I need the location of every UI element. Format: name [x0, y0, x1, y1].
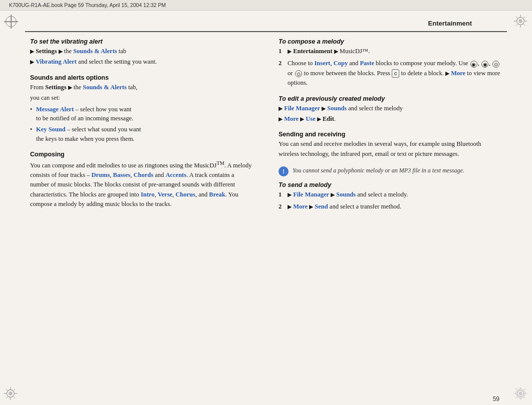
corner-tr: [514, 15, 528, 29]
sending-title: Sending and receiving: [279, 131, 502, 138]
page-number-container: 59: [0, 395, 532, 405]
sunburst-tr-icon: [514, 15, 527, 28]
compose-step-1: 1 ▶ Entertainment ▶ MusicDJ™.: [279, 47, 502, 56]
svg-point-22: [518, 391, 522, 395]
nav-icon-3: ⊙: [492, 61, 499, 68]
sounds-intro2: you can set:: [30, 93, 253, 103]
section-vibrating: To set the vibrating alert ▶ Settings ▶ …: [30, 38, 253, 67]
section-composing: Composing You can compose and edit melod…: [30, 151, 253, 210]
right-column: To compose a melody 1 ▶ Entertainment ▶ …: [274, 38, 502, 385]
svg-line-19: [6, 396, 8, 398]
svg-line-27: [515, 388, 517, 390]
sounds-intro: From Settings ▶ the Sounds & Alerts tab,: [30, 83, 253, 92]
send-step-1: 1 ▶ File Manager ▶ Sounds and select a m…: [279, 190, 502, 199]
step1-num: 1: [279, 47, 285, 56]
sounds-bullet-2: Key Sound – select what sound you want t…: [30, 125, 253, 144]
send-melody-body: 1 ▶ File Manager ▶ Sounds and select a m…: [279, 190, 502, 212]
vibrating-line2: ▶ Vibrating Alert and select the setting…: [30, 57, 253, 67]
composing-title: Composing: [30, 151, 253, 158]
page-number-text: 59: [493, 395, 499, 402]
sending-body: You can send and receive melodies in sev…: [279, 139, 502, 159]
svg-line-29: [524, 388, 526, 390]
svg-line-9: [516, 24, 518, 26]
sounds-body: From Settings ▶ the Sounds & Alerts tab,…: [30, 83, 253, 144]
send-step2-text: ▶ More ▶ Send and select a transfer meth…: [288, 202, 401, 212]
section-edit-melody: To edit a previously created melody ▶ Fi…: [279, 95, 502, 124]
compose-step-2: 2 Choose to Insert, Copy and Paste block…: [279, 59, 502, 88]
corner-tl: [4, 15, 18, 29]
step1-text: ▶ Entertainment ▶ MusicDJ™.: [288, 47, 370, 56]
main-columns: To set the vibrating alert ▶ Settings ▶ …: [0, 32, 532, 395]
vibrating-body: ▶ Settings ▶ the Sounds & Alerts tab ▶ V…: [30, 47, 253, 67]
topbar-text: K700UG-R1A-AE.book Page 59 Thursday, Apr…: [9, 2, 166, 8]
step2-text: Choose to Insert, Copy and Paste blocks …: [288, 59, 502, 88]
svg-line-7: [523, 24, 525, 26]
c-button: c: [392, 69, 400, 78]
send-melody-title: To send a melody: [279, 181, 502, 188]
edit-melody-body: ▶ File Manager ▶ Sounds and select the m…: [279, 104, 502, 124]
svg-line-17: [13, 396, 15, 398]
svg-line-6: [516, 17, 518, 19]
section-compose-melody: To compose a melody 1 ▶ Entertainment ▶ …: [279, 38, 502, 88]
edit-line1: ▶ File Manager ▶ Sounds and select the m…: [279, 104, 502, 113]
sounds-bullet-1: Message Alert – select how you want to b…: [30, 105, 253, 124]
compose-melody-body: 1 ▶ Entertainment ▶ MusicDJ™. 2 Choose t…: [279, 47, 502, 88]
svg-line-18: [13, 389, 15, 391]
section-sounds: Sounds and alerts options From Settings …: [30, 74, 253, 144]
page-header: Entertainment: [25, 11, 507, 32]
send-step1-num: 1: [279, 190, 285, 199]
vibrating-line1: ▶ Settings ▶ the Sounds & Alerts tab: [30, 47, 253, 56]
section-sending: Sending and receiving You can send and r…: [279, 131, 502, 159]
circle-tl: [6, 16, 17, 27]
left-column: To set the vibrating alert ▶ Settings ▶ …: [30, 38, 258, 385]
sunburst-br-icon: [514, 387, 527, 400]
sounds-title: Sounds and alerts options: [30, 74, 253, 81]
send-step1-text: ▶ File Manager ▶ Sounds and select a mel…: [288, 190, 408, 199]
section-send-melody: To send a melody 1 ▶ File Manager ▶ Soun…: [279, 181, 502, 212]
svg-line-8: [523, 17, 525, 19]
send-step2-num: 2: [279, 202, 285, 212]
svg-line-30: [515, 397, 517, 399]
svg-line-16: [6, 389, 8, 391]
corner-br: [514, 387, 528, 401]
vibrating-title: To set the vibrating alert: [30, 38, 253, 45]
nav-icon-1: ◉: [470, 61, 477, 68]
edit-line2: ▶ More ▶ Use ▶ Edit.: [279, 114, 502, 124]
sending-text: You can send and receive melodies in sev…: [279, 139, 502, 159]
sounds-bullet-list: Message Alert – select how you want to b…: [30, 105, 253, 144]
send-step-2: 2 ▶ More ▶ Send and select a transfer me…: [279, 202, 502, 212]
compose-melody-title: To compose a melody: [279, 38, 502, 45]
corner-bl: [4, 387, 18, 401]
edit-melody-title: To edit a previously created melody: [279, 95, 502, 102]
nav-icon-4: ⊙: [295, 70, 302, 77]
composing-body: You can compose and edit melodies to use…: [30, 159, 253, 210]
svg-line-28: [524, 397, 526, 399]
nav-icon-2: ◉: [481, 61, 488, 68]
page-container: K700UG-R1A-AE.book Page 59 Thursday, Apr…: [0, 0, 532, 405]
page-title: Entertainment: [428, 20, 472, 27]
page-content: Entertainment To set the vibrating alert…: [0, 11, 532, 405]
info-note: ! You cannot send a polyphonic melody or…: [279, 166, 502, 176]
step2-num: 2: [279, 59, 285, 88]
info-note-text: You cannot send a polyphonic melody or a…: [293, 166, 464, 176]
svg-point-11: [9, 391, 12, 395]
svg-point-1: [518, 19, 522, 23]
composing-text: You can compose and edit melodies to use…: [30, 159, 253, 210]
info-icon: !: [279, 166, 289, 176]
crosshair-tl: [4, 15, 18, 29]
sunburst-bl-icon: [4, 387, 17, 400]
top-bar: K700UG-R1A-AE.book Page 59 Thursday, Apr…: [0, 0, 532, 11]
